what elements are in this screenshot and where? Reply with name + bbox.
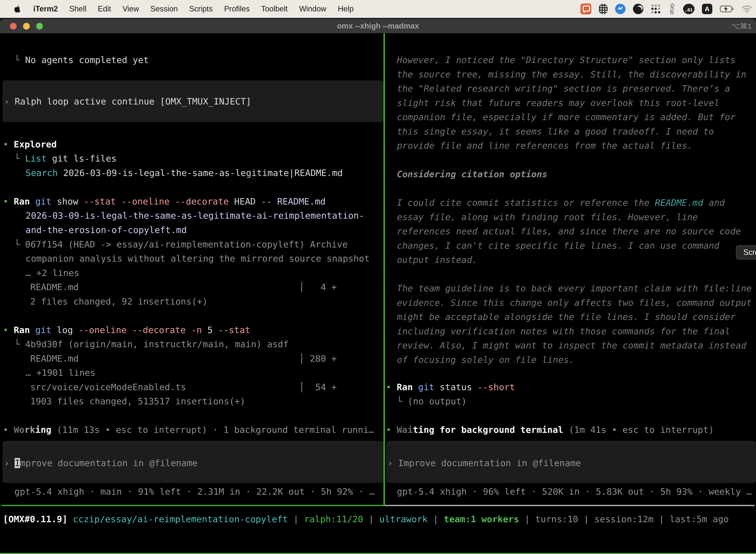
window-title-bar[interactable]: omx --xhigh --madmax ⌥⌘1 (0, 19, 756, 33)
pane-divider-vertical[interactable] (383, 33, 385, 506)
menu-item-help[interactable]: Help (338, 4, 354, 13)
text-segment: including verification notes with those … (397, 326, 730, 336)
tmux-status-bar: [omx-cczip0:bash* "MacBook-Pro-44.local"… (0, 553, 756, 554)
text-segment: ultrawork (379, 514, 428, 524)
thinking-p3-l5: review. Also, I might want to inspect th… (397, 338, 746, 353)
battery-icon[interactable] (720, 5, 734, 13)
text-segment: Improve documentation in @filename (398, 458, 581, 468)
text-segment: --oneline --decorate -n (78, 325, 202, 335)
person-icon[interactable] (668, 3, 676, 14)
text-segment: Wai (397, 425, 413, 435)
thinking-p3-l1: The team guideline is to back every impo… (397, 281, 752, 296)
text-segment: companion file, especially if more comme… (397, 112, 736, 122)
text-segment: | (519, 514, 535, 524)
text-segment: log (51, 325, 78, 335)
iterm2-window: omx --xhigh --madmax ⌥⌘1 [omx-cczip0:bas… (0, 19, 756, 554)
text-segment: evidence. Since this change only affects… (397, 297, 752, 308)
window-shortcut-hint: ⌥⌘1 (732, 19, 752, 33)
text-segment: git (418, 382, 434, 392)
ran-git-status-line: • Ran git status --short (386, 380, 515, 394)
text-segment: | (578, 514, 594, 524)
commit-more-lines: … +2 lines (25, 266, 79, 280)
thinking-p1-l5: companion file, especially if more comme… (397, 110, 736, 124)
thinking-p3-l2: evidence. Since this change only affects… (397, 296, 752, 310)
text-segment: git ls-files (47, 153, 117, 164)
menu-item-shell[interactable]: Shell (69, 4, 86, 13)
text-segment: Ran (397, 382, 413, 392)
text-segment: • (386, 425, 397, 435)
text-segment (413, 382, 418, 392)
text-segment: changes, I can't cite specific file line… (397, 240, 719, 251)
text-segment: … +2 lines (25, 268, 79, 278)
text-segment: output instead. (397, 255, 478, 265)
keyboard-layout-icon[interactable]: A (702, 4, 712, 14)
text-segment: --stat --oneline --decorate (83, 196, 229, 207)
badge-61-icon[interactable]: ..61 (683, 4, 694, 14)
text-segment: ing (35, 425, 51, 435)
text-segment: … +1901 lines (25, 368, 96, 378)
menu-item-iterm2[interactable]: iTerm2 (33, 4, 58, 13)
text-segment: List (25, 153, 47, 164)
menu-bar: iTerm2 Shell Edit View Session Scripts P… (0, 0, 756, 18)
text-segment: essay file, along with finding root file… (397, 212, 698, 222)
text-segment: • (3, 425, 14, 435)
agents-status-line: └ No agents completed yet (14, 53, 149, 67)
text-segment: No agents completed yet (25, 55, 149, 65)
menu-item-profiles[interactable]: Profiles (224, 4, 250, 13)
toast-text: Scre (743, 248, 756, 257)
explored-header-line: • Explored (3, 137, 57, 152)
text-segment: | (653, 514, 670, 524)
text-segment: | (363, 514, 379, 524)
text-segment: Considering citation options (397, 169, 548, 179)
chat-bubble-shape (583, 5, 590, 12)
text-segment: companion analysis without altering the … (25, 254, 370, 264)
crescent-icon[interactable] (633, 4, 643, 14)
text-segment: Explored (14, 139, 57, 150)
menu-item-window[interactable]: Window (299, 4, 326, 13)
menu-item-toolbelt[interactable]: Toolbelt (261, 4, 288, 13)
notification-toast: Scre (736, 245, 756, 260)
text-segment: of focusing solely on file lines. (397, 355, 574, 365)
text-segment: and (703, 198, 725, 208)
blue-badge-icon[interactable] (615, 4, 626, 14)
log-commit-line: └ 4b9d30f (origin/main, instructkr/main,… (14, 337, 289, 351)
pane-border-bottom-right (385, 505, 755, 506)
thinking-p3-l4: including verification notes with those … (397, 324, 730, 339)
terminal-content[interactable]: [omx-cczip0:bash* "MacBook-Pro-44.local"… (0, 33, 756, 554)
dots-grid-icon[interactable] (651, 4, 661, 14)
menu-item-session[interactable]: Session (150, 4, 178, 13)
window-title: omx --xhigh --madmax (0, 21, 756, 31)
thinking-p2-l3: references need actual files, and since … (397, 224, 741, 238)
thinking-p1-l4: slight risk that future readers may over… (397, 96, 719, 110)
chat-bubble-tail (583, 11, 585, 13)
log-more-lines: … +1901 lines (25, 366, 96, 380)
thinking-p1-l3: the "Related research writing" section i… (397, 81, 730, 96)
text-segment: (11m 13s • esc to interrupt) · 1 backgro… (51, 425, 374, 435)
stat-summary-line: 2 files changed, 92 insertions(+) (30, 294, 208, 309)
text-segment: mprove documentation in @filename (20, 458, 197, 468)
text-segment: Wo (14, 425, 24, 435)
menu-item-edit[interactable]: Edit (98, 4, 111, 13)
text-segment: 2026-03-09-is-legal-the-same-as-legitima… (58, 168, 343, 178)
text-segment: 5 (202, 325, 218, 335)
text-segment: turns:10 (535, 514, 578, 524)
text-segment: show (51, 196, 83, 207)
text-segment: git (35, 196, 51, 207)
wifi-icon[interactable] (742, 5, 752, 13)
text-segment: src/voice/voiceModeEnabled.ts │ 54 + (30, 382, 336, 392)
text-segment: the source tree, missing the essay. Stil… (397, 69, 746, 79)
text-segment: Ran (14, 325, 30, 335)
text-segment: └ (14, 339, 25, 349)
shield-grid-icon[interactable] (599, 4, 608, 14)
text-segment: 2 files changed, 92 insertions(+) (30, 296, 208, 307)
apple-logo-icon[interactable] (13, 5, 22, 13)
thinking-heading: Considering citation options (397, 167, 548, 181)
text-cursor: I (15, 458, 20, 468)
text-segment: | (288, 514, 304, 524)
thinking-p2-l1: I could cite commit statistics or refere… (397, 196, 725, 210)
thinking-p2-l4: changes, I can't cite specific file line… (397, 238, 719, 253)
menu-item-scripts[interactable]: Scripts (189, 4, 213, 13)
menu-item-view[interactable]: View (123, 4, 139, 13)
messages-icon[interactable] (580, 3, 591, 14)
working-status-line: • Working (11m 13s • esc to interrupt) ·… (3, 423, 374, 437)
